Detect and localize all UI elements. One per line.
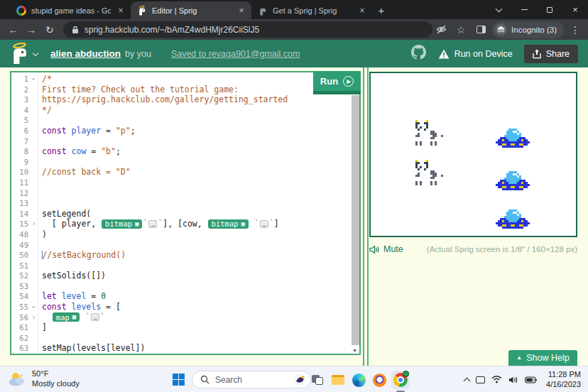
saved-status-link[interactable]: Saved to revaga901@gmail.com [171,49,300,59]
lock-icon [72,26,79,34]
run-on-device-button[interactable]: Run on Device [438,49,513,59]
code-line[interactable]: 52setSolids([]) [11,271,359,281]
code-line[interactable]: 56› map▦ `…` [11,312,359,323]
code-line[interactable]: 11 [11,178,359,188]
minimize-button[interactable] [511,0,537,19]
chrome-browser-button[interactable] [391,371,410,389]
tab-close-icon[interactable]: × [236,6,246,15]
code-line[interactable]: 49 [11,240,359,251]
code-line[interactable]: 6const player = "p"; [11,126,359,136]
bitmap-widget-button[interactable]: bitmap▣ [102,219,142,229]
task-view-button[interactable] [308,371,327,389]
windows-start-button[interactable] [173,374,185,386]
line-number: 48 [11,229,30,240]
code-text: const player = "p"; [38,126,359,136]
eye-off-icon[interactable] [432,21,450,38]
code-line[interactable]: 55›const levels = [ [11,302,359,312]
code-line[interactable]: 14setLegend( [11,209,359,219]
map-widget-button[interactable]: map▦ [53,312,80,322]
tray-overflow-icon[interactable] [464,377,471,384]
collapsed-content-button[interactable]: … [260,220,268,228]
code-line[interactable]: 10//const back = "D" [11,167,359,178]
taskbar-weather-widget[interactable]: 50°F Mostly cloudy [7,369,80,388]
github-icon[interactable] [410,44,427,63]
edge-browser-button[interactable] [349,371,368,389]
game-screen[interactable] [369,72,577,237]
code-line[interactable]: 4*/ [11,105,359,116]
run-button[interactable]: Run ▶ [313,71,361,94]
sprig-header: alien abduction by you Saved to revaga90… [0,40,588,67]
share-button[interactable]: Share [524,45,578,63]
collapsed-content-button[interactable]: … [148,220,157,228]
wifi-icon[interactable] [491,376,502,383]
browser-menu-icon[interactable]: ⋮ [567,21,584,38]
code-line[interactable]: 3https://sprig.hackclub.com/gallery/gett… [11,94,359,105]
line-number: 13 [11,198,30,209]
search-icon [200,375,209,384]
code-line[interactable]: 13 [11,198,359,209]
fold-open-icon[interactable]: › [30,74,38,85]
fold-open-icon[interactable]: › [30,302,38,312]
touch-keyboard-icon[interactable] [476,376,485,383]
code-line[interactable]: 1›/* [11,74,359,85]
tab-editor-sprig[interactable]: Editor | Sprig × [131,1,251,19]
code-text: const levels = [ [38,302,359,312]
mute-button[interactable]: Mute [369,244,403,254]
new-tab-button[interactable]: + [372,1,391,19]
file-explorer-button[interactable] [329,371,347,389]
bitmap-widget-button[interactable]: bitmap▣ [208,219,249,229]
fold-closed-icon[interactable]: › [30,312,38,323]
forward-icon[interactable]: → [23,24,41,36]
collapsed-content-button[interactable]: … [91,313,99,321]
code-line[interactable]: 51 [11,261,359,271]
tab-google-search[interactable]: stupid game ideas - Google Sear × [10,1,131,19]
profile-chip[interactable]: Incognito (3) [492,21,564,38]
screen-size-note: (Actual Sprig screen is 1/8" / 160×128 p… [427,245,577,254]
share-icon [533,49,541,59]
fold-gutter [30,229,38,240]
url-text: sprig.hackclub.com/~/bAmZ4wdHMjr26CiiSlJ… [85,25,259,35]
code-line[interactable]: 63setMap(levels[level]) [11,343,359,354]
code-line[interactable]: 48) [11,229,359,240]
code-line[interactable]: 8const cow = "b"; [11,146,359,157]
app-icon-button[interactable] [370,371,388,389]
back-icon[interactable]: ← [4,24,23,36]
editor-scrollbar[interactable] [352,95,359,345]
game-title-link[interactable]: alien abduction [50,48,121,59]
code-line[interactable]: 54let level = 0 [11,291,359,302]
side-panel-icon[interactable] [472,21,489,38]
code-line[interactable]: 12 [11,188,359,199]
code-line[interactable]: 2First time? Check out the tutorial game… [11,85,359,95]
tab-get-a-sprig[interactable]: Get a Sprig | Sprig × [251,1,372,19]
tab-close-icon[interactable]: × [116,6,126,15]
code-line[interactable]: 9 [11,157,359,168]
code-line[interactable]: 61] [11,322,359,333]
code-line[interactable]: 62 [11,333,359,344]
address-bar[interactable]: sprig.hackclub.com/~/bAmZ4wdHMjr26CiiSlJ… [63,21,432,38]
panel-resize-handle[interactable] [363,67,369,366]
close-window-button[interactable]: × [562,0,588,19]
bookmark-star-icon[interactable]: ☆ [452,21,469,38]
battery-icon[interactable] [525,376,537,383]
fold-closed-icon[interactable]: › [30,219,38,229]
show-help-button[interactable]: ▲ Show Help [508,350,577,366]
tab-close-icon[interactable]: × [357,6,367,15]
tab-search-icon[interactable] [486,0,511,19]
sprig-menu-button[interactable] [10,43,38,65]
taskbar-search-box[interactable]: Search [192,371,311,388]
code-line[interactable]: 50//setBackground() [11,250,359,261]
code-line[interactable]: 53 [11,281,359,292]
code-editor[interactable]: 1›/*2First time? Check out the tutorial … [10,71,361,355]
code-line[interactable]: 5 [11,115,359,126]
volume-icon[interactable] [508,376,518,384]
reload-icon[interactable]: ↻ [40,24,59,36]
taskbar-clock[interactable]: 11:28 PM 4/16/2023 [546,370,581,389]
code-line[interactable]: 15› [ player, bitmap▣`…`], [cow, bitmap▣… [11,219,359,229]
window-controls: × [486,0,588,19]
line-number: 15 [11,219,30,229]
fold-gutter [30,126,38,136]
restore-button[interactable] [537,0,562,19]
code-text: [ player, bitmap▣`…`], [cow, bitmap▣ `…`… [38,219,359,229]
code-line[interactable]: 7 [11,136,359,147]
scroll-down-icon[interactable]: ▼ [351,348,359,354]
